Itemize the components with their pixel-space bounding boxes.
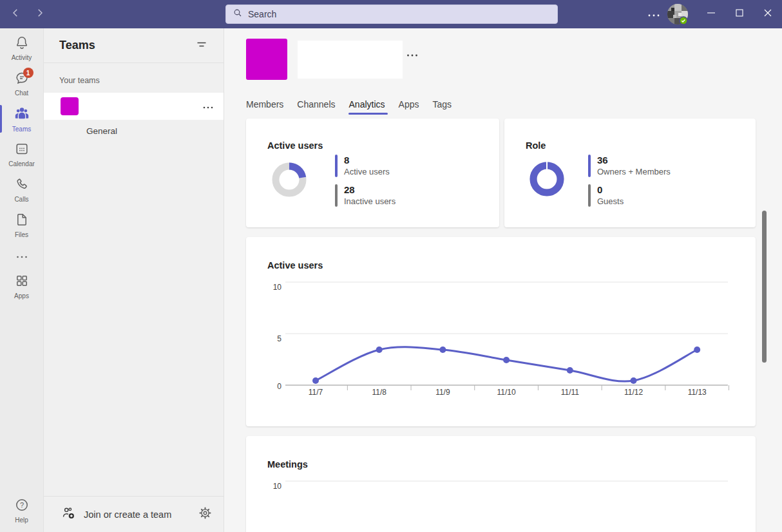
svg-text:11/12: 11/12 [624, 388, 643, 397]
role-card: Role 36 Owners + Members 0 Guests [504, 119, 756, 227]
role-donut-chart [528, 160, 566, 198]
legend-item: 36 Owners + Members [588, 155, 671, 177]
team-list-item[interactable] [44, 93, 224, 120]
sidebar-item-teams[interactable]: Teams [0, 101, 44, 137]
sidebar-item-chat[interactable]: Chat 1 [0, 66, 44, 101]
legend-item: 8 Active users [335, 155, 396, 177]
filter-button[interactable] [193, 37, 211, 55]
search-input[interactable] [248, 9, 551, 19]
person-add-icon [62, 506, 76, 523]
back-button[interactable] [6, 5, 24, 23]
sidebar-item-calls[interactable]: Calls [0, 172, 44, 207]
tab-analytics[interactable]: Analytics [349, 99, 385, 115]
teams-icon [14, 105, 30, 124]
team-more-button[interactable] [203, 93, 213, 120]
active-indicator [0, 105, 2, 133]
ellipsis-icon [647, 8, 660, 20]
team-name-redacted [298, 41, 403, 79]
svg-text:11/8: 11/8 [372, 388, 386, 397]
tab-apps[interactable]: Apps [399, 99, 419, 115]
svg-text:10: 10 [273, 283, 282, 292]
legend: 8 Active users 28 Inactive users [335, 155, 396, 207]
tab-members[interactable]: Members [246, 99, 283, 115]
avatar-image [667, 4, 688, 24]
legend-value: 36 [597, 155, 671, 166]
sidebar-item-apps[interactable]: Apps [0, 269, 44, 304]
tab-channels[interactable]: Channels [297, 99, 335, 115]
legend-item: 0 Guests [588, 184, 671, 207]
tab-tags[interactable]: Tags [432, 99, 452, 115]
legend-swatch [588, 155, 591, 177]
sidebar-item-label: Calls [14, 196, 28, 203]
team-avatar [61, 97, 79, 115]
titlebar-more-button[interactable] [643, 0, 665, 28]
svg-text:11/7: 11/7 [309, 388, 323, 397]
sidebar-item-files[interactable]: Files [0, 207, 44, 243]
active-users-donut-chart [270, 160, 309, 199]
legend-swatch [335, 184, 338, 207]
card-title: Meetings [267, 459, 308, 470]
sidebar-more-apps-button[interactable] [0, 243, 44, 269]
bell-icon [14, 35, 30, 53]
filter-icon [196, 39, 207, 53]
user-avatar[interactable] [667, 4, 688, 24]
svg-text:10: 10 [273, 482, 282, 491]
ellipsis-icon [16, 250, 28, 261]
phone-icon [14, 176, 30, 195]
sidebar-item-calendar[interactable]: Calendar [0, 137, 44, 172]
active-users-card: Active users 8 Active users 28 Inactive … [246, 119, 499, 227]
chevron-right-icon [34, 7, 46, 21]
minimize-icon [706, 8, 716, 21]
presence-available-icon [680, 17, 687, 24]
teams-panel: Teams Your teams General Join or create … [44, 28, 224, 532]
gear-icon[interactable] [198, 506, 212, 522]
meetings-card: 10 Meetings [246, 436, 756, 532]
sidebar-item-activity[interactable]: Activity [0, 30, 44, 66]
search-icon [233, 8, 248, 21]
chat-unread-badge: 1 [23, 68, 33, 78]
join-create-team-button[interactable]: Join or create a team [84, 509, 198, 520]
minimize-button[interactable] [697, 0, 725, 28]
ellipsis-icon [406, 48, 418, 60]
svg-text:11/10: 11/10 [497, 388, 516, 397]
chevron-left-icon [10, 7, 21, 21]
legend-value: 8 [344, 155, 390, 166]
svg-text:5: 5 [277, 334, 281, 343]
legend-swatch [588, 184, 591, 207]
sidebar-item-label: Teams [12, 126, 31, 133]
legend-swatch [335, 155, 338, 177]
svg-text:0: 0 [277, 382, 281, 391]
card-title: Role [526, 140, 546, 151]
meetings-line-chart: 10 [246, 436, 756, 532]
channel-item-general[interactable]: General [44, 120, 224, 142]
sidebar-item-help[interactable]: ? Help [0, 493, 44, 528]
team-tabs: Members Channels Analytics Apps Tags [246, 99, 452, 115]
team-avatar-large [246, 39, 287, 80]
legend-label: Active users [344, 166, 390, 177]
legend-label: Inactive users [344, 196, 396, 207]
panel-title: Teams [59, 39, 193, 52]
titlebar [0, 0, 782, 28]
help-icon: ? [14, 497, 30, 515]
legend-value: 28 [344, 184, 396, 196]
maximize-icon [734, 8, 745, 21]
legend-label: Owners + Members [597, 166, 671, 177]
svg-text:11/11: 11/11 [561, 388, 580, 397]
ellipsis-icon [203, 100, 213, 112]
forward-button[interactable] [31, 5, 49, 23]
card-title: Active users [267, 140, 323, 151]
card-title: Active users [267, 260, 323, 271]
your-teams-label: Your teams [44, 63, 224, 93]
scrollbar-thumb[interactable] [762, 211, 767, 363]
sidebar-item-label: Chat [15, 90, 28, 97]
active-users-trend-card: 051011/711/811/911/1011/1111/1211/13 Act… [246, 237, 756, 426]
svg-text:?: ? [19, 501, 23, 509]
maximize-button[interactable] [725, 0, 754, 28]
legend: 36 Owners + Members 0 Guests [588, 155, 671, 207]
apps-grid-icon [14, 273, 30, 291]
close-icon [763, 8, 773, 21]
sidebar-item-label: Files [15, 232, 28, 238]
close-button[interactable] [754, 0, 782, 28]
legend-item: 28 Inactive users [335, 184, 396, 207]
team-header-more-button[interactable] [403, 45, 421, 63]
